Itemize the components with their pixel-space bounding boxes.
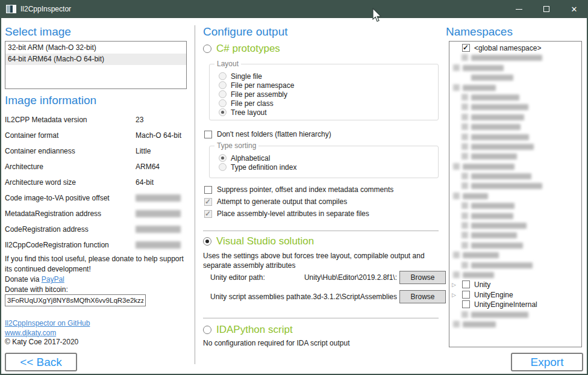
option-checkbox[interactable]: ✓Place assembly-level attributes in sepa…: [204, 209, 369, 218]
flatten-hierarchy-checkbox[interactable]: Don't nest folders (flatten hierarchy): [204, 130, 331, 138]
image-information-heading: Image information: [5, 94, 96, 107]
namespace-item-redacted[interactable]: [449, 132, 581, 142]
namespace-item-redacted[interactable]: [449, 221, 581, 231]
redacted-checkbox: [461, 114, 468, 120]
redacted-namespace: [471, 243, 523, 249]
namespace-item-redacted[interactable]: [449, 211, 581, 221]
browse-editor-path-button[interactable]: Browse: [399, 271, 446, 284]
info-row: CodeRegistration address: [5, 223, 187, 238]
namespace-item-redacted[interactable]: [449, 241, 581, 250]
namespace-item-redacted[interactable]: [449, 122, 581, 132]
info-label: IL2CPP Metadata version: [5, 116, 87, 124]
csharp-prototypes-radio[interactable]: C# prototypes: [203, 43, 280, 55]
redacted-checkbox: [453, 163, 460, 170]
namespace-item-redacted[interactable]: [449, 142, 581, 152]
redacted-checkbox: [461, 242, 468, 249]
browse-assemblies-path-button[interactable]: Browse: [399, 290, 446, 303]
redacted-value: [136, 226, 181, 233]
namespace-item-redacted[interactable]: [449, 102, 581, 112]
checkbox-label: Place assembly-level attributes in separ…: [217, 209, 369, 218]
namespace-item-redacted[interactable]: [449, 63, 581, 73]
redacted-namespace: [463, 321, 496, 327]
image-list-item[interactable]: 32-bit ARM (Mach-O 32-bit): [5, 42, 186, 54]
info-row: Architecture word size64-bit: [5, 176, 187, 191]
unity-script-assemblies-path-label: Unity script assemblies path:: [210, 293, 302, 301]
namespace-item-redacted[interactable]: [449, 172, 581, 181]
namespace-item-redacted[interactable]: [449, 191, 581, 201]
info-label: Code image-to-VA positive offset: [5, 194, 110, 202]
layout-groupbox: Layout Single fileFile per namespaceFile…: [209, 64, 439, 120]
layout-option[interactable]: File per namespace: [219, 81, 438, 90]
namespace-item[interactable]: ✓<global namespace>: [449, 43, 581, 53]
website-link[interactable]: www.djkaty.com: [5, 329, 56, 337]
namespace-checkbox[interactable]: [462, 291, 470, 299]
redacted-checkbox: [453, 252, 460, 258]
layout-option-label: File per assembly: [231, 90, 287, 99]
namespace-item[interactable]: UnityEngineInternal: [449, 300, 581, 309]
namespace-label: <global namespace>: [474, 44, 541, 52]
namespace-item-redacted[interactable]: [449, 250, 581, 260]
namespace-item-redacted[interactable]: [449, 181, 581, 191]
namespace-item-redacted[interactable]: [449, 73, 581, 82]
namespace-item-redacted[interactable]: [449, 261, 581, 270]
namespace-item-redacted[interactable]: [449, 310, 581, 320]
github-link[interactable]: Il2CppInspector on GitHub: [5, 319, 90, 327]
redacted-namespace: [463, 252, 499, 258]
idapython-script-radio[interactable]: IDAPython script: [203, 324, 293, 336]
expander-icon[interactable]: ▷: [452, 282, 456, 288]
visual-studio-solution-label: Visual Studio solution: [216, 235, 314, 247]
layout-option-label: Tree layout: [231, 108, 267, 117]
redacted-checkbox: [453, 193, 460, 199]
namespace-checkbox[interactable]: ✓: [462, 44, 470, 52]
back-button[interactable]: << Back: [5, 353, 77, 371]
info-value: Mach-O 64-bit: [136, 131, 181, 140]
info-label: CodeRegistration address: [5, 225, 89, 234]
radio-icon: [219, 154, 227, 162]
type-sorting-option[interactable]: Type definition index: [219, 163, 438, 172]
namespace-item-redacted[interactable]: [449, 152, 581, 161]
image-listbox[interactable]: 32-bit ARM (Mach-O 32-bit)64-bit ARM64 (…: [5, 41, 187, 89]
namespaces-list[interactable]: ✓<global namespace>▷Unity▷UnityEngineUni…: [449, 41, 582, 347]
namespaces-heading: Namespaces: [446, 25, 513, 39]
redacted-namespace: [471, 134, 529, 140]
namespace-item-redacted[interactable]: [449, 53, 581, 63]
export-button[interactable]: Export: [511, 353, 583, 371]
namespace-item-redacted[interactable]: [449, 93, 581, 102]
namespace-item-redacted[interactable]: [449, 231, 581, 240]
namespace-item-redacted[interactable]: [449, 113, 581, 122]
namespace-item[interactable]: ▷UnityEngine: [449, 290, 581, 300]
option-checkbox[interactable]: ✓Attempt to generate output that compile…: [204, 197, 347, 206]
minimize-button[interactable]: [505, 0, 533, 18]
namespace-item-redacted[interactable]: [449, 270, 581, 280]
option-checkbox[interactable]: Suppress pointer, offset and index metad…: [204, 185, 393, 194]
expander-icon[interactable]: ▷: [452, 292, 456, 298]
bitcoin-address-input[interactable]: [5, 294, 146, 306]
redacted-checkbox: [461, 212, 468, 219]
namespace-item-redacted[interactable]: [449, 162, 581, 172]
namespace-item[interactable]: ▷Unity: [449, 280, 581, 290]
info-label: Container endianness: [5, 147, 75, 155]
type-sorting-option[interactable]: Alphabetical: [219, 153, 438, 163]
redacted-namespace: [471, 262, 533, 268]
namespace-label: Unity: [474, 280, 490, 289]
layout-option[interactable]: Tree layout: [219, 108, 438, 117]
visual-studio-solution-radio[interactable]: Visual Studio solution: [203, 235, 314, 247]
maximize-button[interactable]: [533, 0, 560, 18]
namespace-item-redacted[interactable]: [449, 83, 581, 93]
namespace-checkbox[interactable]: [462, 300, 470, 308]
unity-editor-path-label: Unity editor path:: [210, 273, 265, 282]
info-label: Il2CppCodeRegistration function: [5, 241, 109, 249]
layout-option[interactable]: File per assembly: [219, 90, 438, 99]
layout-option[interactable]: File per class: [219, 99, 438, 108]
namespace-checkbox[interactable]: [462, 280, 470, 288]
radio-icon: [219, 163, 227, 171]
checkbox-label: Attempt to generate output that compiles: [217, 197, 347, 206]
layout-option[interactable]: Single file: [219, 72, 438, 81]
ida-description: No configuration required for IDA script…: [203, 338, 444, 348]
close-button[interactable]: ✕: [560, 0, 588, 18]
image-list-item[interactable]: 64-bit ARM64 (Mach-O 64-bit): [5, 54, 186, 65]
paypal-link[interactable]: PayPal: [42, 275, 64, 284]
namespace-item-redacted[interactable]: [449, 201, 581, 211]
namespace-item-redacted[interactable]: [449, 320, 581, 329]
redacted-namespace: [471, 55, 542, 61]
